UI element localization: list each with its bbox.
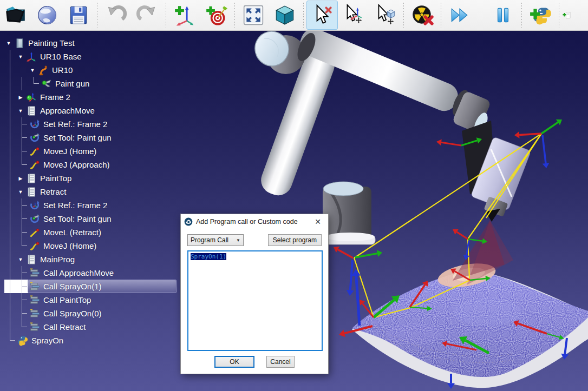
expand-arrow-icon[interactable]: ▶ xyxy=(16,171,25,185)
tree-item-movej-approach[interactable]: MoveJ (Approach) xyxy=(0,158,176,171)
check-collisions-button[interactable] xyxy=(407,1,438,30)
toolbar-separator xyxy=(94,3,100,28)
tree-item-ur10-base[interactable]: ▼UR10 Base xyxy=(0,50,176,63)
tree-item-movel-retract[interactable]: MoveL (Retract) xyxy=(0,226,176,239)
tree-guide xyxy=(16,239,28,253)
tree-item-set-ref-frame-2[interactable]: Set Ref.: Frame 2 xyxy=(0,198,176,212)
robodk-logo-icon xyxy=(184,217,193,226)
ok-button[interactable]: OK xyxy=(214,356,254,368)
program-icon xyxy=(26,105,37,116)
collapse-arrow-icon[interactable]: ▼ xyxy=(16,185,25,198)
add-reference-frame-icon xyxy=(173,4,196,26)
call-icon xyxy=(29,295,40,306)
tree-guide xyxy=(16,280,28,293)
tree-item-label: Call SprayOn(1) xyxy=(43,282,102,291)
tree-item-call-approachmove[interactable]: Call ApproachMove xyxy=(0,266,176,280)
tree-guide xyxy=(16,117,28,131)
tree-item-set-tool-paint-gun[interactable]: Set Tool: Paint gun xyxy=(0,212,176,226)
tree-item-label: Call Retract xyxy=(43,322,86,332)
move-reference-button[interactable] xyxy=(338,1,369,30)
select-program-button[interactable]: Select program xyxy=(268,234,322,246)
close-icon[interactable]: ✕ xyxy=(311,216,325,228)
tree-guide xyxy=(4,239,16,253)
undo-button[interactable] xyxy=(100,1,132,30)
tree-item-painting-test[interactable]: ▼Painting Test xyxy=(0,36,176,50)
dialog-titlebar[interactable]: Add Program call or Custom code ✕ xyxy=(181,214,328,229)
toolbar-separator xyxy=(556,3,562,28)
tree-guide xyxy=(16,158,28,171)
redo-button[interactable] xyxy=(132,1,163,30)
tree-item-approachmove[interactable]: ▼ApproachMove xyxy=(0,104,176,117)
collapse-arrow-icon[interactable]: ▼ xyxy=(16,104,25,117)
tree-item-movej-home[interactable]: MoveJ (Home) xyxy=(0,239,176,253)
tree-item-call-retract[interactable]: Call Retract xyxy=(0,320,176,334)
call-icon xyxy=(29,281,40,292)
tree-item-set-ref-frame-2[interactable]: Set Ref.: Frame 2 xyxy=(0,117,176,131)
tree-item-set-tool-paint-gun[interactable]: Set Tool: Paint gun xyxy=(0,131,176,144)
collapse-arrow-icon[interactable]: ▼ xyxy=(28,63,37,77)
tree-item-ur10[interactable]: ▼UR10 xyxy=(0,63,176,77)
collapse-arrow-icon[interactable]: ▼ xyxy=(4,36,13,50)
add-python-program-button[interactable] xyxy=(525,1,556,30)
tree-indent: ▼ xyxy=(4,50,25,63)
movej-icon xyxy=(29,160,40,170)
tree-item-call-sprayon-0[interactable]: Call SprayOn(0) xyxy=(0,307,176,320)
tree-item-content: Call Retract xyxy=(28,321,176,333)
tree-item-paint-gun[interactable]: Paint gun xyxy=(0,77,176,90)
website-button[interactable] xyxy=(31,1,63,30)
tree-indent xyxy=(4,293,28,307)
expand-arrow-icon[interactable]: ▶ xyxy=(16,90,25,104)
tree-item-retract[interactable]: ▼Retract xyxy=(0,185,176,198)
tree-item-call-sprayon-1[interactable]: Call SprayOn(1) xyxy=(0,280,176,293)
call-icon xyxy=(29,308,40,319)
tree-item-painttop[interactable]: ▶PaintTop xyxy=(0,171,176,185)
select-item-icon xyxy=(311,4,334,26)
cancel-button[interactable]: Cancel xyxy=(266,356,295,368)
program-call-textarea[interactable]: SprayOn(1) xyxy=(187,250,323,351)
tree-indent xyxy=(4,131,28,144)
tree-indent xyxy=(4,320,28,334)
tree-item-content: SprayOn xyxy=(16,334,176,347)
tree-item-frame-2[interactable]: ▶Frame 2 xyxy=(0,90,176,104)
tree-guide xyxy=(4,307,16,320)
instruction-type-select[interactable]: Program Call ▼ xyxy=(187,234,244,246)
tree-guide xyxy=(4,320,16,334)
tree-item-call-painttop[interactable]: Call PaintTop xyxy=(0,293,176,307)
add-reference-frame-button[interactable] xyxy=(169,1,200,30)
tree-item-content: MoveJ (Home) xyxy=(28,145,176,157)
tree-indent xyxy=(4,239,28,253)
tree-guide xyxy=(16,144,28,158)
tree-indent: ▼ xyxy=(4,185,25,198)
add-program-icon xyxy=(563,4,571,26)
isometric-view-button[interactable] xyxy=(269,1,300,30)
tree-item-label: Frame 2 xyxy=(40,92,70,102)
move-object-button[interactable] xyxy=(369,1,401,30)
pause-simulation-button[interactable] xyxy=(487,1,519,30)
call-icon xyxy=(29,322,40,333)
tree-item-movej-home[interactable]: MoveJ (Home) xyxy=(0,144,176,158)
tree-indent xyxy=(4,158,28,171)
select-item-button[interactable] xyxy=(306,1,338,30)
open-project-button[interactable] xyxy=(0,1,31,30)
save-station-button[interactable] xyxy=(63,1,94,30)
tree-item-label: Painting Test xyxy=(28,38,75,48)
toolbar-separator xyxy=(300,3,306,28)
fit-all-button[interactable] xyxy=(238,1,269,30)
tree-item-label: Paint gun xyxy=(55,79,89,88)
tree-item-content: Call ApproachMove xyxy=(28,267,176,279)
tree-item-label: Call ApproachMove xyxy=(43,268,114,277)
collapse-arrow-icon[interactable]: ▼ xyxy=(16,50,25,63)
tree-item-sprayon[interactable]: SprayOn xyxy=(0,334,176,347)
add-target-button[interactable] xyxy=(200,1,232,30)
tree-item-content: Painting Test xyxy=(13,37,176,49)
tree-item-label: MainProg xyxy=(40,255,75,264)
settool-icon xyxy=(29,214,40,224)
frameaxes-icon xyxy=(26,51,37,62)
add-program-button[interactable] xyxy=(562,1,572,30)
fast-simulation-icon xyxy=(448,4,471,26)
viewport-3d[interactable]: ▼Painting Test▼UR10 Base▼UR10Paint gun▶F… xyxy=(0,31,588,391)
tree-item-mainprog[interactable]: ▼MainProg xyxy=(0,253,176,266)
collapse-arrow-icon[interactable]: ▼ xyxy=(16,253,25,266)
fast-simulation-button[interactable] xyxy=(444,1,475,30)
tree-guide xyxy=(4,90,16,104)
